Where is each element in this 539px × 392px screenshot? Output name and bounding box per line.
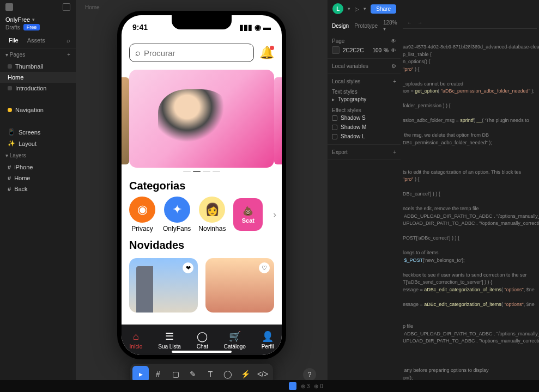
- battery-icon: ▬: [263, 23, 271, 32]
- tab-perfil[interactable]: 👤Perfil: [262, 330, 274, 350]
- figma-canvas[interactable]: Home 9:41 ▮▮▮ ◉ ▬ ⌕ 🔔: [76, 0, 327, 392]
- os-taskbar: ⊗ 3 ⊕ 0: [0, 380, 539, 392]
- status-time: 9:41: [132, 23, 148, 32]
- novidades-title: Novidades: [122, 235, 282, 254]
- tab-chat[interactable]: ◯Chat: [197, 330, 208, 350]
- layer-iphone[interactable]: #iPhone: [0, 162, 76, 173]
- code-editor[interactable]: ← → aa92-4573-4d02-8eb9-871bf28f369d_adv…: [401, 0, 539, 392]
- wifi-icon: ◉: [255, 23, 261, 32]
- layout-link[interactable]: ✨Layout: [0, 138, 76, 149]
- tab-inicio[interactable]: ⌂Início: [129, 331, 142, 350]
- tab-catalogo[interactable]: 🛒Catálogo: [224, 330, 246, 350]
- news-card-2[interactable]: ♡: [205, 258, 274, 313]
- privacy-icon: ◉: [129, 197, 155, 223]
- hero-card[interactable]: [129, 70, 274, 168]
- figma-left-panel: OnlyFree ▾ Drafts Free File Assets ⌕ ▾ P…: [0, 0, 76, 392]
- visibility-icon[interactable]: 👁: [391, 38, 396, 44]
- page-introduction[interactable]: Introduction: [0, 83, 76, 94]
- present-button[interactable]: ▷: [355, 6, 359, 12]
- news-card-1[interactable]: ❤: [129, 258, 198, 313]
- home-indicator: [172, 351, 232, 353]
- screens-link[interactable]: 📱Screens: [0, 126, 76, 138]
- figma-menu-icon[interactable]: [5, 3, 13, 11]
- page-navigation[interactable]: Navigation: [0, 105, 76, 115]
- os-app-icon[interactable]: [289, 382, 296, 390]
- page-prop-label: Page: [332, 38, 344, 44]
- local-vars-label: Local variables: [332, 63, 368, 69]
- category-privacy[interactable]: ◉ Privacy: [129, 197, 155, 232]
- layer-back[interactable]: #Back: [0, 183, 76, 194]
- user-avatar[interactable]: L: [332, 3, 343, 14]
- os-task-count: ⊗ 3: [301, 383, 310, 389]
- category-novinhas[interactable]: 👩 Novinhas: [198, 197, 226, 232]
- share-button[interactable]: Share: [371, 4, 396, 14]
- face-icon: 👩: [199, 197, 225, 223]
- search-box[interactable]: ⌕: [129, 44, 254, 62]
- add-export-button[interactable]: +: [393, 149, 396, 155]
- search-icon: ⌕: [135, 48, 141, 58]
- typography-style[interactable]: ▸Typography: [332, 95, 396, 104]
- cart-icon: 🛒: [229, 330, 241, 342]
- bg-color-chip[interactable]: [332, 46, 340, 54]
- page-indicator: [129, 171, 274, 172]
- category-onlyfans[interactable]: ✦ OnlyFans: [163, 197, 191, 232]
- free-badge: Free: [23, 24, 40, 30]
- page-thumbnail[interactable]: Thumbnail: [0, 61, 76, 72]
- export-label: Export: [332, 149, 348, 155]
- layer-home[interactable]: #Home: [0, 173, 76, 183]
- zoom-level[interactable]: 128% ▾: [383, 20, 397, 32]
- figma-right-panel: L ▾ ▷ ▾ Share Design Prototype 128% ▾ Pa…: [327, 0, 401, 392]
- page-home[interactable]: Home: [0, 72, 76, 83]
- add-page-button[interactable]: +: [67, 52, 70, 58]
- pages-header: Pages: [10, 52, 25, 58]
- visibility-icon[interactable]: 👁: [391, 47, 396, 53]
- category-scat[interactable]: 💩 Scat: [233, 198, 263, 231]
- assets-tab[interactable]: Assets: [24, 36, 49, 45]
- notification-dot: [270, 46, 274, 50]
- favorite-button[interactable]: ❤: [183, 262, 193, 273]
- panel-toggle-icon[interactable]: [63, 3, 70, 11]
- frame-label: Home: [85, 4, 100, 10]
- prototype-tab[interactable]: Prototype: [354, 23, 378, 29]
- phone-notch: [172, 15, 232, 29]
- hero-prev[interactable]: [122, 77, 129, 164]
- effect-styles-label: Effect styles: [332, 107, 396, 113]
- user-icon: 👤: [262, 330, 274, 342]
- signal-icon: ▮▮▮: [239, 23, 252, 32]
- bg-opacity[interactable]: 100: [372, 47, 381, 53]
- home-icon: ⌂: [133, 331, 139, 342]
- notifications-button[interactable]: 🔔: [259, 46, 274, 60]
- os-extra-count: ⊕ 0: [314, 383, 323, 389]
- shadow-m[interactable]: Shadow M: [332, 122, 396, 132]
- chat-icon: ◯: [197, 330, 208, 342]
- search-icon[interactable]: ⌕: [66, 37, 70, 44]
- shadow-s[interactable]: Shadow S: [332, 113, 396, 122]
- local-styles-label: Local styles: [332, 78, 360, 84]
- layers-header: Layers: [10, 152, 26, 158]
- list-icon: ☰: [165, 330, 174, 342]
- nav-back-icon[interactable]: ←: [407, 20, 412, 27]
- drafts-label: Drafts: [5, 24, 20, 30]
- categories-next-icon[interactable]: ›: [273, 209, 276, 220]
- onlyfans-icon: ✦: [164, 197, 190, 223]
- phone-screen: 9:41 ▮▮▮ ◉ ▬ ⌕ 🔔: [122, 15, 282, 355]
- phone-frame: 9:41 ▮▮▮ ◉ ▬ ⌕ 🔔: [117, 11, 286, 359]
- file-tab[interactable]: File: [5, 36, 22, 45]
- file-name[interactable]: OnlyFree ▾: [5, 16, 70, 23]
- categories-title: Categorias: [122, 175, 282, 194]
- search-input[interactable]: [144, 48, 248, 58]
- nav-forward-icon[interactable]: →: [417, 20, 422, 27]
- text-styles-label: Text styles: [332, 89, 396, 95]
- settings-icon[interactable]: ⚙: [391, 63, 396, 69]
- poop-icon: 💩: [243, 206, 253, 216]
- favorite-button[interactable]: ♡: [259, 262, 270, 273]
- bg-hex-value[interactable]: 2C2C2C: [343, 47, 364, 53]
- design-tab[interactable]: Design: [332, 23, 349, 29]
- add-style-button[interactable]: +: [393, 78, 396, 84]
- hero-next[interactable]: [274, 77, 282, 164]
- tab-sua-lista[interactable]: ☰Sua Lista: [158, 330, 181, 350]
- help-button[interactable]: ?: [303, 368, 316, 381]
- shadow-l[interactable]: Shadow L: [332, 132, 396, 141]
